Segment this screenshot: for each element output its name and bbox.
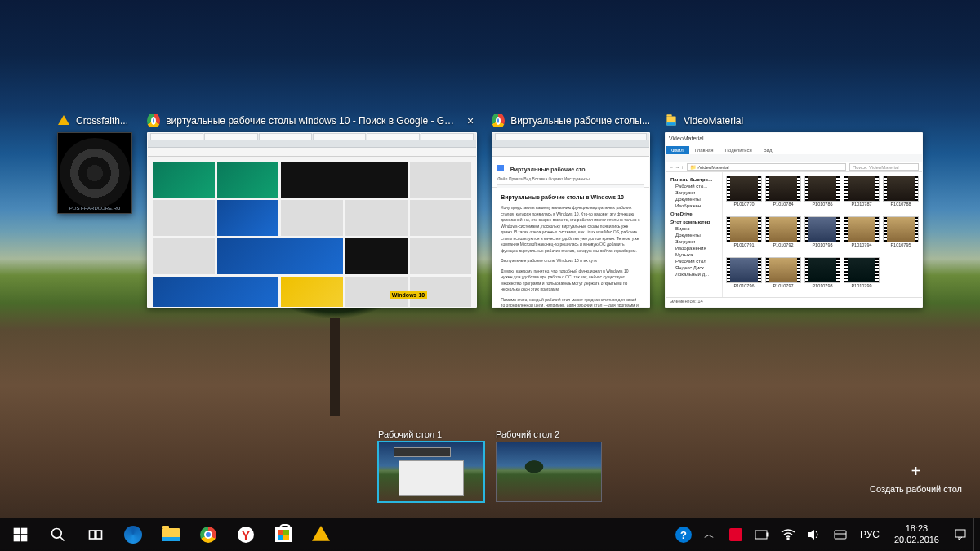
taskview-window-explorer[interactable]: VideoMaterial VideoMaterial Файл Главная… bbox=[665, 114, 923, 308]
tray-chevron-up-icon[interactable]: ︿ bbox=[697, 518, 723, 551]
svg-rect-6 bbox=[90, 531, 96, 539]
explorer-search[interactable]: Поиск: VideoMaterial bbox=[849, 163, 919, 171]
tray-help-icon[interactable]: ? bbox=[670, 518, 697, 551]
plus-icon: + bbox=[911, 462, 921, 481]
ribbon-tab-view[interactable]: Вид bbox=[758, 146, 778, 154]
task-view-row: Crossfaith... POST-HARDCORE.RU виртуальн… bbox=[0, 114, 980, 308]
show-desktop-button[interactable] bbox=[973, 518, 978, 551]
file-item[interactable]: P1010798 bbox=[804, 257, 840, 296]
doc-heading: Виртуальные рабочие столы в Windows 10 bbox=[501, 194, 641, 200]
close-icon[interactable]: × bbox=[464, 114, 477, 127]
taskview-window-chrome-search[interactable]: виртуальные рабочие столы windows 10 - П… bbox=[147, 114, 477, 308]
svg-rect-7 bbox=[96, 531, 102, 539]
task-view-button[interactable] bbox=[77, 518, 114, 551]
file-item[interactable]: P1010797 bbox=[765, 257, 801, 296]
file-item[interactable]: P1010770 bbox=[726, 176, 762, 215]
search-button[interactable] bbox=[39, 518, 77, 551]
ribbon-tab-share[interactable]: Поделиться bbox=[719, 146, 758, 154]
ribbon-tab-file[interactable]: Файл bbox=[666, 146, 689, 154]
taskbar-app-yandex[interactable]: Y bbox=[227, 518, 265, 551]
svg-rect-14 bbox=[956, 530, 965, 537]
svg-rect-12 bbox=[835, 531, 846, 539]
taskbar-app-explorer[interactable] bbox=[152, 518, 189, 551]
svg-rect-1 bbox=[21, 528, 28, 535]
chrome-icon bbox=[492, 114, 505, 127]
taskview-window-aimp[interactable]: Crossfaith... POST-HARDCORE.RU bbox=[57, 114, 132, 214]
svg-line-5 bbox=[60, 537, 65, 541]
file-item[interactable]: P1010799 bbox=[844, 257, 880, 296]
taskbar-app-aimp[interactable] bbox=[302, 518, 340, 551]
svg-rect-8 bbox=[755, 531, 767, 539]
virtual-desktop-1[interactable]: Рабочий стол 1 bbox=[378, 429, 484, 502]
svg-point-10 bbox=[787, 538, 789, 540]
google-docs-icon bbox=[497, 165, 504, 171]
virtual-desktops-strip: Рабочий стол 1 Рабочий стол 2 bbox=[0, 429, 980, 502]
taskview-window-chrome-docs[interactable]: Виртуальные рабочие столы... Виртуальные… bbox=[492, 114, 650, 308]
aimp-icon bbox=[57, 114, 70, 127]
doc-menu: Файл Правка Вид Вставка Формат Инструмен… bbox=[497, 176, 644, 181]
doc-title: Виртуальные рабочие сто... bbox=[510, 167, 590, 172]
file-item[interactable]: P1010794 bbox=[844, 216, 880, 256]
tray-volume-icon[interactable] bbox=[801, 518, 827, 551]
file-item[interactable]: P1010786 bbox=[804, 176, 840, 215]
folder-icon bbox=[665, 114, 678, 127]
taskbar: Y ? ︿ РУС 18:23 20.02.2016 bbox=[0, 518, 980, 551]
svg-rect-3 bbox=[21, 535, 28, 542]
svg-rect-9 bbox=[767, 533, 768, 536]
taskbar-app-chrome[interactable] bbox=[189, 518, 227, 551]
file-item[interactable]: P1010788 bbox=[883, 176, 919, 215]
file-item[interactable]: P1010793 bbox=[804, 216, 840, 256]
file-item[interactable]: P1010787 bbox=[844, 176, 880, 215]
explorer-nav[interactable]: Панель быстро... Рабочий сто... Загрузки… bbox=[666, 172, 723, 297]
tray-avira-icon[interactable] bbox=[723, 518, 749, 551]
svg-marker-11 bbox=[808, 530, 814, 540]
svg-rect-2 bbox=[14, 535, 20, 542]
file-item[interactable]: P1010792 bbox=[765, 216, 801, 256]
taskbar-app-store[interactable] bbox=[265, 518, 302, 551]
explorer-file-grid[interactable]: P1010770P1010784P1010786P1010787P1010788… bbox=[723, 172, 922, 297]
taskbar-app-edge[interactable] bbox=[114, 518, 152, 551]
file-item[interactable]: P1010795 bbox=[883, 216, 919, 256]
tray-clock[interactable]: 18:23 20.02.2016 bbox=[886, 523, 947, 546]
file-item[interactable]: P1010784 bbox=[765, 176, 801, 215]
window-title: Crossfaith... bbox=[76, 115, 128, 127]
window-title: VideoMaterial bbox=[684, 115, 743, 127]
ribbon-tab-home[interactable]: Главная bbox=[689, 146, 719, 154]
aimp-caption: POST-HARDCORE.RU bbox=[58, 206, 131, 211]
tray-ticket-icon[interactable] bbox=[827, 518, 853, 551]
svg-rect-0 bbox=[14, 528, 20, 535]
file-item[interactable]: P1010796 bbox=[726, 257, 762, 296]
window-title: Виртуальные рабочие столы... bbox=[510, 115, 650, 127]
action-center-icon[interactable] bbox=[947, 518, 973, 551]
tray-battery-icon[interactable] bbox=[749, 518, 775, 551]
start-button[interactable] bbox=[2, 518, 39, 551]
tray-language[interactable]: РУС bbox=[853, 529, 886, 540]
windows10-badge: Windows 10 bbox=[390, 291, 427, 299]
explorer-status: Элементов: 14 bbox=[666, 297, 922, 307]
new-desktop-button[interactable]: + Создать рабочий стол bbox=[870, 462, 962, 494]
tray-wifi-icon[interactable] bbox=[775, 518, 801, 551]
virtual-desktop-2[interactable]: Рабочий стол 2 bbox=[496, 429, 602, 502]
svg-point-4 bbox=[52, 529, 62, 539]
window-title: виртуальные рабочие столы windows 10 - П… bbox=[166, 115, 458, 127]
chrome-icon bbox=[147, 114, 160, 127]
file-item[interactable]: P1010791 bbox=[726, 216, 762, 256]
